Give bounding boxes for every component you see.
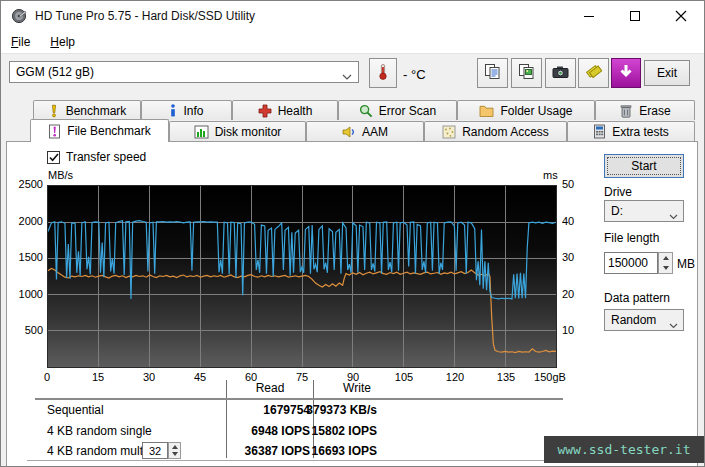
sequential-read-value: 1679754 bbox=[222, 403, 310, 417]
row-label-random-single: 4 KB random single bbox=[47, 424, 152, 438]
start-button[interactable]: Start bbox=[604, 154, 684, 178]
random-single-write-value: 15802 IOPS bbox=[303, 424, 377, 438]
menu-file[interactable]: File bbox=[1, 32, 40, 53]
speaker-icon bbox=[342, 125, 356, 139]
stepper-up-icon[interactable] bbox=[169, 443, 180, 451]
disk-monitor-icon bbox=[194, 125, 209, 139]
copy-text-button[interactable] bbox=[477, 58, 508, 88]
copy-image-button[interactable] bbox=[511, 58, 542, 88]
x-tick: 45 bbox=[194, 371, 206, 383]
file-benchmark-panel: Transfer speed MB/s ms 25002000150010005… bbox=[6, 141, 698, 467]
tab-benchmark[interactable]: Benchmark bbox=[33, 100, 141, 120]
temperature-button[interactable] bbox=[369, 58, 397, 88]
tab-erase[interactable]: Erase bbox=[595, 100, 695, 120]
benchmark-chart bbox=[47, 185, 557, 368]
x-tick: 150gB bbox=[534, 371, 566, 383]
download-button[interactable] bbox=[611, 58, 641, 88]
app-window: HD Tune Pro 5.75 - Hard Disk/SSD Utility… bbox=[0, 0, 705, 467]
y-axis-left-unit: MB/s bbox=[48, 169, 73, 181]
x-tick: 135 bbox=[497, 371, 515, 383]
error-scan-icon bbox=[359, 104, 373, 118]
y-tick-left: 2000 bbox=[7, 215, 43, 227]
tab-extra-tests[interactable]: Extra tests bbox=[567, 121, 695, 141]
y-tick-left: 1500 bbox=[7, 251, 43, 263]
trash-icon bbox=[619, 104, 633, 118]
tab-folder-usage[interactable]: Folder Usage bbox=[457, 100, 595, 120]
y-tick-left: 500 bbox=[7, 324, 43, 336]
y-axis-right-unit: ms bbox=[543, 169, 558, 181]
watermark: www.ssd-tester.it bbox=[544, 436, 704, 463]
file-benchmark-icon bbox=[48, 124, 61, 139]
tab-disk-monitor[interactable]: Disk monitor bbox=[169, 121, 306, 141]
benchmark-icon bbox=[48, 104, 60, 118]
random-multi-write-value: 16693 IOPS bbox=[303, 444, 377, 458]
minimize-button[interactable] bbox=[566, 1, 612, 30]
close-button[interactable] bbox=[658, 1, 704, 30]
temperature-value: - °C bbox=[403, 67, 426, 82]
queue-depth-stepper[interactable] bbox=[168, 442, 181, 459]
file-length-label: File length bbox=[604, 231, 659, 245]
y-tick-left: 1000 bbox=[7, 288, 43, 300]
y-tick-right: 40 bbox=[562, 215, 574, 227]
x-tick: 30 bbox=[143, 371, 155, 383]
stepper-down-icon[interactable] bbox=[169, 451, 180, 459]
thermometer-icon bbox=[375, 63, 391, 84]
table-header-rule bbox=[35, 398, 563, 400]
tab-health[interactable]: Health bbox=[232, 100, 338, 120]
x-tick: 15 bbox=[92, 371, 104, 383]
row-label-sequential: Sequential bbox=[47, 403, 104, 417]
focus-rect bbox=[607, 157, 681, 175]
y-tick-left: 2500 bbox=[7, 178, 43, 190]
file-length-stepper[interactable] bbox=[658, 252, 673, 274]
row-label-random-multi: 4 KB random multi bbox=[47, 444, 146, 458]
x-tick: 0 bbox=[44, 371, 50, 383]
chevron-down-icon bbox=[669, 318, 678, 332]
y-tick-right: 10 bbox=[562, 324, 574, 336]
transfer-speed-checkbox[interactable] bbox=[47, 151, 60, 164]
tab-file-benchmark[interactable]: File Benchmark bbox=[30, 119, 169, 142]
maximize-button[interactable] bbox=[612, 1, 658, 30]
tab-random-access[interactable]: Random Access bbox=[424, 121, 567, 141]
calculator-icon bbox=[593, 124, 606, 139]
tab-info[interactable]: Info bbox=[141, 100, 232, 120]
queue-depth-input[interactable]: 32 bbox=[142, 442, 168, 459]
file-length-input[interactable]: 150000 bbox=[604, 252, 658, 274]
menu-help[interactable]: Help bbox=[40, 32, 85, 53]
random-single-read-value: 6948 IOPS bbox=[222, 424, 310, 438]
folder-icon bbox=[479, 104, 494, 117]
window-title: HD Tune Pro 5.75 - Hard Disk/SSD Utility bbox=[35, 9, 255, 23]
title-bar: HD Tune Pro 5.75 - Hard Disk/SSD Utility bbox=[1, 1, 704, 31]
data-pattern-combo[interactable]: Random bbox=[604, 309, 684, 331]
stepper-up-icon[interactable] bbox=[659, 253, 672, 263]
x-tick: 120 bbox=[446, 371, 464, 383]
menu-bar: File Help bbox=[1, 31, 704, 53]
app-icon bbox=[11, 8, 27, 24]
random-access-icon bbox=[442, 125, 456, 139]
drive-select-combo[interactable]: GGM (512 gB) bbox=[9, 61, 359, 83]
info-icon bbox=[169, 104, 177, 118]
y-tick-right: 20 bbox=[562, 288, 574, 300]
toolbar: GGM (512 gB) - °C Exit bbox=[1, 53, 704, 98]
stepper-down-icon[interactable] bbox=[659, 263, 672, 273]
screenshot-button[interactable] bbox=[545, 58, 576, 88]
chevron-down-icon bbox=[342, 70, 352, 84]
y-tick-right: 50 bbox=[562, 178, 574, 190]
save-results-button[interactable] bbox=[578, 58, 609, 88]
screenshot-camera-icon bbox=[552, 64, 569, 83]
copy-text-icon bbox=[484, 63, 501, 83]
drive-combo[interactable]: D: bbox=[604, 200, 684, 222]
copy-image-icon bbox=[518, 63, 535, 83]
save-results-icon bbox=[585, 63, 602, 83]
exit-button[interactable]: Exit bbox=[644, 60, 690, 86]
file-length-unit: MB bbox=[677, 257, 695, 271]
tab-error-scan[interactable]: Error Scan bbox=[338, 100, 457, 120]
health-icon bbox=[258, 104, 272, 118]
y-tick-right: 30 bbox=[562, 251, 574, 263]
table-header-read: Read bbox=[227, 381, 313, 395]
sequential-write-value: 379373 KB/s bbox=[303, 403, 377, 417]
data-pattern-label: Data pattern bbox=[604, 291, 670, 305]
drive-select-value: GGM (512 gB) bbox=[16, 65, 94, 79]
random-multi-read-value: 36387 IOPS bbox=[222, 444, 310, 458]
tab-aam[interactable]: AAM bbox=[306, 121, 424, 141]
table-header-write: Write bbox=[313, 381, 401, 395]
